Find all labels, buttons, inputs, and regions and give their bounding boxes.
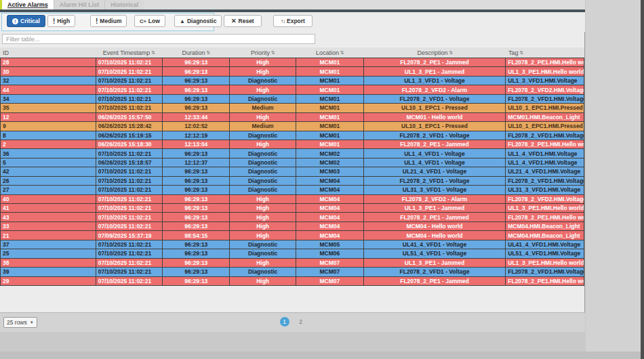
right-gutter [586, 0, 644, 359]
table-cell: MCM07 [296, 259, 364, 267]
table-row[interactable]: 3007/10/2025 11:02:2196:29:13HighMCM01UL… [1, 67, 584, 76]
table-cell: Diagnostic [230, 167, 296, 175]
reset-button[interactable]: ✕ Reset [224, 15, 262, 27]
sort-icon[interactable]: ⇅ [449, 50, 454, 56]
table-cell: MCM01 [296, 113, 364, 121]
critical-filter-button[interactable]: ! Critical [7, 15, 45, 27]
table-row[interactable]: 2607/10/2025 11:02:2196:29:13DiagnosticM… [1, 177, 584, 186]
table-row[interactable]: 3807/10/2025 11:02:2196:29:13HighMCM07UL… [1, 259, 584, 268]
table-row[interactable]: 2707/10/2025 11:02:2196:29:13DiagnosticM… [1, 186, 584, 194]
column-header-event-timestamp[interactable]: Event Timestamp⇅ [96, 47, 163, 58]
close-icon: ✕ [231, 18, 237, 24]
tab-alarm-hit-list[interactable]: Alarm Hit List [54, 0, 105, 9]
high-filter-button[interactable]: ! High [47, 15, 75, 27]
table-row[interactable]: 4007/10/2025 11:02:2196:29:13HighMCM04FL… [1, 195, 584, 204]
table-cell: 96:29:13 [163, 186, 230, 194]
table-row[interactable]: 4207/10/2025 11:02:2196:29:13DiagnosticM… [1, 167, 584, 176]
table-cell: MCM04 [296, 195, 364, 203]
column-header-location[interactable]: Location⇅ [296, 47, 364, 58]
table-row[interactable]: 2107/09/2025 15:37:1998:54:15HighMCM04MC… [1, 231, 584, 240]
low-filter-button[interactable]: C≡ Low [134, 15, 165, 27]
diagnostic-filter-label: Diagnostic [187, 18, 216, 24]
table-row[interactable]: 206/26/2025 15:18:3012:13:04HighMCM01FL2… [1, 140, 584, 149]
table-header-row: IDEvent Timestamp⇅Duration⇅Priority⇅Loca… [0, 47, 584, 58]
table-cell: FL2078_2_VFD2 - Alarm [364, 85, 506, 93]
table-cell: 96:29:13 [163, 85, 230, 93]
table-cell: UL10_1_EPC1.HMI.Pressed [506, 122, 584, 130]
table-cell: 27 [1, 186, 96, 194]
column-header-description[interactable]: Description⇅ [364, 47, 506, 58]
table-cell: FL2078_2_VFD1 - Voltage [364, 177, 506, 185]
table-row[interactable]: 3907/10/2025 11:02:2196:29:13DiagnosticM… [1, 268, 584, 276]
table-row[interactable]: 1206/26/2025 15:57:5012:33:44HighMCM01MC… [1, 113, 584, 122]
table-cell: 34 [1, 95, 96, 103]
table-cell: High [230, 204, 296, 212]
page-button-2[interactable]: 2 [296, 317, 306, 326]
table-cell: MCM01 [296, 58, 364, 66]
table-cell: 96:29:13 [163, 222, 230, 230]
table-cell: 96:29:13 [163, 95, 230, 103]
table-cell: 96:29:13 [163, 259, 230, 267]
table-row[interactable]: 506/26/2025 15:18:5712:12:37DiagnosticMC… [1, 159, 584, 167]
table-cell: 06/26/2025 15:19:15 [96, 131, 163, 140]
table-cell: 96:29:13 [163, 195, 230, 203]
table-row[interactable]: 4107/10/2025 11:02:2196:29:13HighMCM04UL… [1, 204, 584, 213]
window-scrollbar[interactable] [641, 0, 644, 359]
table-row[interactable]: 3507/10/2025 11:02:2196:29:13MediumMCM01… [1, 104, 584, 112]
table-cell: 37 [1, 240, 96, 249]
table-row[interactable]: 2807/10/2025 11:02:2196:29:13HighMCM01FL… [1, 58, 584, 67]
table-cell: 12:02:52 [163, 122, 230, 130]
diagnostic-filter-button[interactable]: ▲ Diagnostic [174, 15, 222, 27]
table-cell: FL2078_2_VFD1.HMI.Voltage [506, 95, 584, 103]
column-header-duration[interactable]: Duration⇅ [163, 47, 230, 58]
table-row[interactable]: 3207/10/2025 11:02:2196:29:13DiagnosticM… [1, 77, 584, 85]
table-row[interactable]: 3707/10/2025 11:02:2196:29:13DiagnosticM… [1, 240, 584, 249]
table-cell: UL1_3_PE1.HMI.Hello world [506, 259, 584, 267]
table-cell: 96:29:13 [163, 177, 230, 185]
table-cell: 32 [1, 77, 96, 85]
table-row[interactable]: 806/26/2025 15:19:1512:12:19DiagnosticMC… [1, 131, 584, 140]
sort-icon[interactable]: ⇅ [271, 50, 275, 56]
sort-icon[interactable]: ⇅ [151, 50, 155, 56]
table-cell: 07/10/2025 11:02:21 [96, 104, 163, 112]
table-cell: 96:29:13 [163, 149, 230, 157]
medium-filter-label: Medium [100, 18, 121, 24]
table-cell: MCM04.HMI.Beacon_Light [506, 222, 584, 230]
table-cell: Diagnostic [230, 177, 296, 185]
table-row[interactable]: 4307/10/2025 11:02:2196:29:13HighMCM04FL… [1, 213, 584, 221]
table-cell: MCM01 - Hello world [364, 113, 506, 121]
table-row[interactable]: 3307/10/2025 11:02:2196:29:13HighMCM04MC… [1, 222, 584, 231]
sort-icon[interactable]: ⇅ [520, 50, 524, 56]
table-cell: FL2078_2_VFD1 - Voltage [364, 131, 506, 140]
sort-icon[interactable]: ⇅ [340, 50, 344, 56]
table-cell: UL31_3_VFD1.HMI.Voltage [506, 186, 584, 194]
table-cell: FL2078_2_VFD1 - Voltage [364, 95, 506, 103]
low-filter-label: Low [148, 18, 160, 24]
tab-active-alarms[interactable]: Active Alarms [2, 0, 54, 9]
table-row[interactable]: 4407/10/2025 11:02:2196:29:13HighMCM01FL… [1, 85, 584, 94]
table-row[interactable]: 3607/10/2025 11:02:2196:29:13DiagnosticM… [1, 149, 584, 158]
table-cell: High [230, 222, 296, 230]
table-row[interactable]: 3407/10/2025 11:02:2196:29:13DiagnosticM… [1, 95, 584, 104]
table-cell: UL1_4_VFD1 - Voltage [364, 149, 506, 157]
filter-table-input[interactable] [2, 34, 315, 44]
medium-filter-button[interactable]: ! Medium [90, 15, 127, 27]
table-cell: FL2078_2_PE1 - Jammed [364, 140, 506, 148]
table-cell: 07/10/2025 11:02:21 [96, 213, 163, 221]
table-row[interactable]: 906/26/2025 15:28:4212:02:52MediumMCM01U… [1, 122, 584, 131]
table-cell: MCM07 [296, 268, 364, 276]
sort-icon[interactable]: ⇅ [207, 50, 211, 56]
table-body: 2807/10/2025 11:02:2196:29:13HighMCM01FL… [0, 58, 584, 286]
table-cell: 12:13:04 [163, 140, 230, 148]
page-button-1[interactable]: 1 [280, 317, 289, 326]
table-row[interactable]: 2907/10/2025 11:02:2196:29:13HighMCM07FL… [1, 277, 584, 286]
table-cell: Medium [230, 104, 296, 112]
table-row[interactable]: 2507/10/2025 11:02:2196:29:13DiagnosticM… [1, 249, 584, 258]
table-cell: High [230, 140, 296, 148]
table-cell: 26 [1, 177, 96, 185]
tab-historical[interactable]: Historical [104, 0, 144, 9]
table-cell: FL2078_2_VFD2.HMI.Voltage [506, 85, 584, 93]
column-header-tag[interactable]: Tag⇅ [506, 47, 584, 58]
column-header-priority[interactable]: Priority⇅ [230, 47, 296, 58]
export-button[interactable]: ↑↓ Export [273, 15, 313, 27]
